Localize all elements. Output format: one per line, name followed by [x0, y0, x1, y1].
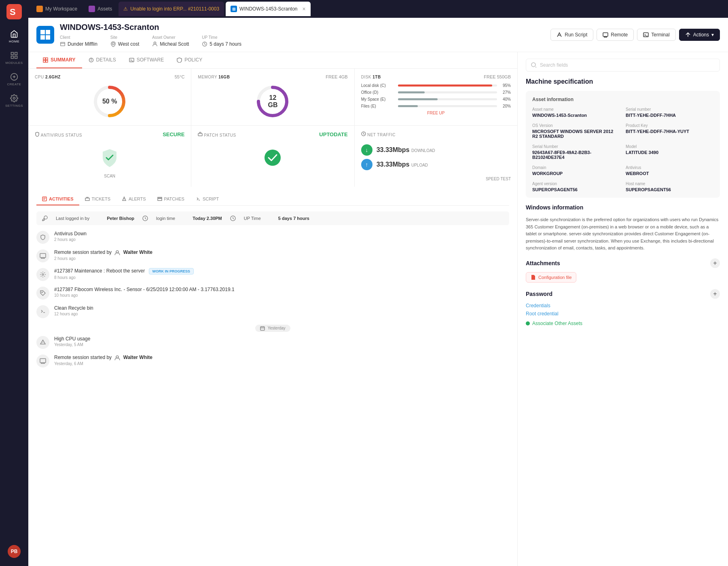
tab-error[interactable]: ⚠ Unable to login into ERP... #210111-00… — [119, 2, 224, 16]
net-label: NET TRAFFIC — [367, 133, 396, 137]
tab-assets[interactable]: Assets — [84, 2, 117, 16]
cpu-donut: 50 % — [91, 83, 128, 120]
field-asset-name-value: WINDOWS-1453-Scranton — [532, 113, 620, 118]
speed-test-link[interactable]: SPEED TEST — [361, 177, 511, 181]
cpu-label: CPU — [35, 75, 44, 79]
field-os-version-label: OS Version — [532, 123, 620, 128]
activities-section: ACTIVITIES TICKETS ALERTS PATCHES — [28, 187, 517, 380]
client-label: Client — [60, 35, 97, 40]
asset-info-box: Asset information Asset name WINDOWS-145… — [526, 91, 720, 198]
sidebar-item-create[interactable]: CREATE — [0, 69, 28, 90]
act-tab-patches[interactable]: PATCHES — [152, 193, 190, 205]
patch-check-icon — [263, 148, 282, 167]
activity-7-title: Remote session started by Walter White — [54, 355, 509, 361]
asset-title: WINDOWS-1453-Scranton — [60, 23, 241, 32]
disk-bar-e2: Files (E) 20% — [361, 104, 511, 108]
tab-details[interactable]: DETAILS — [82, 52, 123, 68]
tab-windows[interactable]: ⊞ WINDOWS-1453-Scranton × — [226, 2, 311, 16]
svg-rect-13 — [46, 35, 50, 40]
act-tickets-label: TICKETS — [92, 196, 110, 201]
svg-point-40 — [42, 274, 44, 275]
svg-rect-4 — [11, 56, 14, 59]
svg-rect-35 — [42, 197, 47, 201]
uptime-value: 5 days 7 hours — [210, 41, 241, 47]
download-row: ↓ 33.33Mbps DOWNLOAD — [361, 144, 511, 156]
svg-point-41 — [42, 292, 42, 293]
svg-rect-10 — [40, 30, 45, 34]
field-serial-number-label: Serial number — [626, 107, 713, 112]
sidebar: S HOME MODULES CREATE SETTINGS PB — [0, 0, 28, 566]
run-script-button[interactable]: Run Script — [550, 29, 593, 41]
search-bar[interactable]: Search fields — [526, 59, 720, 72]
act-tab-alerts[interactable]: ALERTS — [116, 193, 152, 205]
act-tab-tickets[interactable]: TICKETS — [79, 193, 116, 205]
svg-point-9 — [13, 97, 15, 99]
avatar[interactable]: PB — [8, 545, 21, 558]
field-agent-ver: Agent version SUPEROPSAGENT56 — [532, 182, 620, 192]
sidebar-create-label: CREATE — [7, 82, 21, 86]
tab-software-label: SOFTWARE — [137, 57, 164, 63]
activity-2-time: 2 hours ago — [54, 256, 509, 261]
mem-free: FREE 4GB — [326, 74, 347, 79]
svg-rect-38 — [40, 253, 46, 258]
svg-rect-12 — [40, 35, 45, 40]
tab-policy[interactable]: POLICY — [170, 52, 209, 68]
tab-summary-label: SUMMARY — [51, 57, 76, 63]
field-host-name-label: Host name — [626, 182, 713, 186]
net-traffic-card: NET TRAFFIC ↓ 33.33Mbps DOWNLOAD ↑ — [355, 126, 517, 187]
scan-link[interactable]: SCAN — [35, 174, 184, 178]
tab-policy-label: POLICY — [184, 57, 202, 63]
svg-rect-21 — [46, 58, 48, 60]
root-credential-link[interactable]: Root credential — [526, 311, 720, 317]
attachment-config-file[interactable]: Configuration file — [526, 272, 576, 283]
actions-button[interactable]: Actions ▾ — [679, 29, 720, 41]
tab-software[interactable]: SOFTWARE — [123, 52, 171, 68]
patch-status: UPTODATE — [319, 131, 347, 137]
sidebar-settings-label: SETTINGS — [5, 104, 23, 108]
field-antivirus: Antivirus WEBROOT — [626, 165, 713, 176]
activity-4-title: #127387 Fibocom Wireless Inc. - Sensor -… — [54, 287, 509, 292]
upload-speed: 33.33Mbps — [377, 161, 410, 168]
meta-owner: Asset owner Micheal Scott — [152, 35, 189, 47]
disk-label: DISK — [361, 75, 371, 79]
sidebar-item-settings[interactable]: SETTINGS — [0, 90, 28, 112]
svg-rect-23 — [46, 60, 48, 62]
tab-workspace[interactable]: My Workspace — [32, 2, 82, 16]
download-label: DOWNLOAD — [411, 148, 435, 153]
right-panel: Search fields Machine specification Asse… — [518, 52, 728, 566]
field-agent-ver-value: SUPEROPSAGENT56 — [532, 187, 620, 192]
site-label: Site — [110, 35, 139, 40]
content-area: SUMMARY DETAILS SOFTWARE POLICY — [28, 52, 728, 566]
close-icon[interactable]: × — [302, 6, 305, 12]
act-tab-activities[interactable]: ACTIVITIES — [36, 193, 79, 205]
app-logo[interactable]: S — [6, 4, 22, 19]
windows-info-section: Windows information Server-side synchron… — [526, 204, 720, 252]
activity-1-time: 2 hours ago — [54, 237, 509, 242]
antivirus-card: ANTIVIRUS STATUS SECURE SCAN — [28, 126, 191, 187]
field-host-name: Host name SUPEROPSAGENT56 — [626, 182, 713, 192]
activity-item-7: Remote session started by Walter White Y… — [36, 355, 509, 367]
logged-user: Peter Bishop — [107, 216, 134, 221]
credentials-link[interactable]: Credentials — [526, 303, 720, 308]
add-attachment-button[interactable]: + — [710, 258, 720, 268]
terminal-button[interactable]: Terminal — [637, 29, 675, 41]
disk-bar-e1: My Space (E) 40% — [361, 97, 511, 101]
free-up-link[interactable]: FREE UP — [361, 111, 511, 115]
associate-assets-button[interactable]: Associate Other Assets — [526, 321, 720, 326]
field-serial-num-full-label: Serial Number — [532, 144, 620, 149]
remote-button[interactable]: Remote — [597, 29, 634, 41]
activity-script-icon — [36, 305, 49, 318]
add-password-button[interactable]: + — [710, 289, 720, 299]
act-tab-script[interactable]: SCRIPT — [190, 193, 224, 205]
sidebar-item-modules[interactable]: MODULES — [0, 47, 28, 69]
svg-rect-43 — [40, 359, 46, 363]
svg-text:S: S — [10, 7, 16, 17]
top-nav: My Workspace Assets ⚠ Unable to login in… — [28, 0, 728, 18]
disk-card: DISK 1TB FREE 550GB Local disk (C) 95% O… — [355, 69, 517, 125]
tab-summary[interactable]: SUMMARY — [36, 52, 82, 68]
activity-2-title: Remote session started by Walter White — [54, 249, 509, 256]
login-time-label: login time — [156, 216, 175, 221]
mem-used-display: 12 GB — [264, 94, 282, 109]
sidebar-item-home[interactable]: HOME — [0, 26, 28, 47]
svg-rect-42 — [260, 327, 265, 330]
